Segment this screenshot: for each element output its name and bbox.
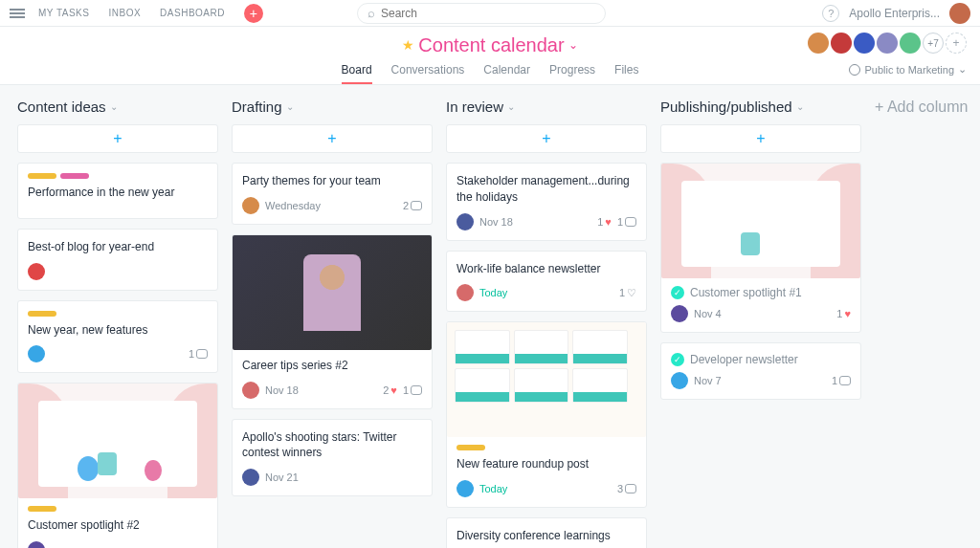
comment-count[interactable]: 3: [617, 483, 636, 494]
card-title: Customer spotlight #2: [28, 517, 208, 534]
comment-count[interactable]: 1: [617, 216, 636, 228]
add-card-button[interactable]: +: [17, 124, 218, 153]
column-header[interactable]: Content ideas ⌄: [17, 99, 218, 115]
member-avatar[interactable]: [831, 33, 852, 54]
assignee-avatar[interactable]: [242, 469, 259, 486]
nav-dashboard[interactable]: DASHBOARD: [154, 8, 231, 18]
column-name: In review: [446, 99, 503, 115]
like-button[interactable]: 1♡: [619, 287, 636, 299]
tab-files[interactable]: Files: [614, 63, 638, 84]
member-avatar[interactable]: [900, 33, 921, 54]
tag: [28, 311, 56, 317]
add-card-button[interactable]: +: [446, 124, 647, 153]
task-card[interactable]: Career tips series #2Nov 182♥1: [232, 234, 433, 409]
heart-icon: ♥: [390, 384, 397, 396]
member-avatar[interactable]: [877, 33, 898, 54]
chevron-down-icon: ⌄: [958, 63, 967, 76]
member-avatar[interactable]: [854, 33, 875, 54]
card-title: Apollo's shooting stars: Twitter contest…: [242, 429, 422, 462]
due-date: Today: [479, 287, 507, 298]
star-icon[interactable]: ★: [402, 37, 414, 53]
task-card[interactable]: Stakeholder management...during the holi…: [446, 163, 647, 241]
add-member-button[interactable]: +: [946, 33, 967, 54]
column-name: Publishing/published: [660, 99, 792, 115]
tag-row: [28, 506, 208, 512]
project-title[interactable]: Content calendar: [418, 34, 564, 56]
tag: [28, 506, 56, 512]
like-count[interactable]: 1♥: [836, 308, 851, 319]
chevron-down-icon: ⌄: [796, 101, 804, 112]
card-title: Performance in the new year: [28, 185, 208, 201]
assignee-avatar[interactable]: [457, 480, 474, 497]
assignee-avatar[interactable]: [457, 213, 474, 230]
column-header[interactable]: Drafting ⌄: [232, 99, 433, 115]
task-card[interactable]: Diversity conference learningsMonday1♡: [446, 517, 647, 548]
chevron-down-icon: ⌄: [110, 101, 118, 112]
task-card[interactable]: New year, new features1: [17, 300, 218, 374]
task-card[interactable]: New feature roundup postToday3: [446, 321, 647, 508]
add-card-button[interactable]: +: [232, 124, 433, 153]
comment-count[interactable]: 1: [832, 375, 851, 386]
menu-toggle[interactable]: [10, 9, 25, 18]
comment-count[interactable]: 1: [189, 348, 208, 360]
member-overflow[interactable]: +7: [923, 33, 944, 54]
task-card[interactable]: Apollo's shooting stars: Twitter contest…: [232, 419, 433, 497]
assignee-avatar[interactable]: [457, 284, 474, 301]
like-count[interactable]: 2♥: [383, 384, 397, 396]
due-date: Nov 18: [479, 216, 513, 228]
due-date: Today: [479, 483, 507, 494]
task-card[interactable]: Party themes for your teamWednesday2: [232, 163, 433, 225]
assignee-avatar[interactable]: [671, 372, 688, 389]
column-header[interactable]: In review ⌄: [446, 99, 647, 115]
task-card[interactable]: Best-of blog for year-end: [17, 229, 218, 291]
nav-my-tasks[interactable]: MY TASKS: [33, 8, 95, 18]
tab-progress[interactable]: Progress: [549, 63, 595, 84]
task-card[interactable]: Work-life balance newsletterToday1♡: [446, 251, 647, 313]
task-card[interactable]: Customer spotlight #2: [17, 383, 218, 548]
globe-icon: [849, 64, 860, 76]
assignee-avatar[interactable]: [671, 305, 688, 322]
card-title: Diversity conference learnings: [457, 528, 636, 544]
chat-icon: [625, 484, 636, 493]
task-card[interactable]: ✓Customer spotlight #1Nov 41♥: [660, 163, 861, 333]
card-title: Career tips series #2: [242, 358, 422, 374]
assignee-avatar[interactable]: [28, 541, 45, 548]
assignee-avatar[interactable]: [28, 345, 45, 362]
tab-calendar[interactable]: Calendar: [483, 63, 530, 84]
task-card[interactable]: Performance in the new year: [17, 163, 218, 219]
chat-icon: [411, 385, 422, 395]
member-avatar[interactable]: [808, 33, 829, 54]
card-cover-image: [447, 322, 646, 437]
user-avatar[interactable]: [949, 3, 970, 24]
chevron-down-icon: ⌄: [507, 101, 515, 112]
due-date: Nov 18: [265, 384, 299, 396]
comment-count[interactable]: 1: [403, 384, 422, 396]
search-box[interactable]: ⌕: [357, 3, 606, 24]
help-icon[interactable]: ?: [822, 5, 839, 22]
card-title: Best-of blog for year-end: [28, 239, 208, 255]
search-icon: ⌕: [368, 6, 375, 20]
omni-add-button[interactable]: +: [244, 4, 263, 23]
task-card[interactable]: ✓Developer newsletterNov 71: [660, 342, 861, 400]
card-title: Work-life balance newsletter: [457, 261, 636, 277]
chevron-down-icon[interactable]: ⌄: [568, 38, 578, 52]
tab-conversations[interactable]: Conversations: [391, 63, 465, 84]
nav-inbox[interactable]: INBOX: [102, 8, 146, 18]
add-card-button[interactable]: +: [660, 124, 861, 153]
add-column-button[interactable]: + Add column: [875, 99, 980, 548]
check-icon: ✓: [671, 353, 684, 366]
workspace-name[interactable]: Apollo Enterpris...: [849, 7, 940, 20]
search-input[interactable]: [381, 7, 595, 20]
tab-board[interactable]: Board: [342, 63, 372, 84]
due-date: Nov 7: [694, 375, 722, 386]
like-count[interactable]: 1♥: [597, 216, 612, 228]
assignee-avatar[interactable]: [242, 382, 259, 399]
card-cover-image: [661, 164, 860, 278]
column-header[interactable]: Publishing/published ⌄: [660, 99, 861, 115]
comment-count[interactable]: 2: [403, 200, 422, 211]
assignee-avatar[interactable]: [28, 263, 45, 280]
visibility-label: Public to Marketing: [864, 64, 954, 76]
project-visibility[interactable]: Public to Marketing ⌄: [849, 63, 967, 76]
heart-icon: ♥: [605, 216, 612, 228]
assignee-avatar[interactable]: [242, 197, 259, 214]
